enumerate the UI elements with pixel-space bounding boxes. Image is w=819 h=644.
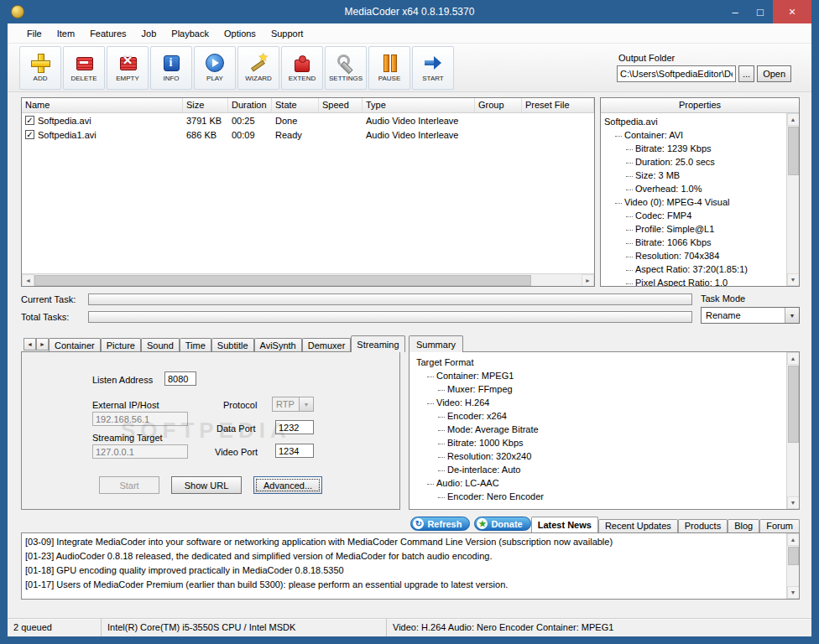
menu-item[interactable]: Options — [216, 26, 263, 41]
news-item[interactable]: [01-23] AudioCoder 0.8.18 released, the … — [25, 549, 783, 564]
refresh-button[interactable]: ↻ Refresh — [410, 517, 470, 531]
toolbar-button[interactable]: EMPTY — [107, 46, 149, 90]
toolbar-button[interactable]: PLAY — [194, 46, 236, 90]
row-checkbox[interactable] — [25, 116, 34, 125]
browse-button[interactable]: ... — [738, 65, 754, 82]
scroll-right-icon[interactable]: ► — [582, 274, 594, 287]
tab-picture[interactable]: Picture — [101, 338, 141, 352]
donate-button[interactable]: ★ Donate — [474, 517, 530, 531]
column-header[interactable]: State — [272, 98, 319, 112]
show-url-button[interactable]: Show URL — [171, 476, 242, 494]
cell-type: Audio Video Interleave — [363, 116, 475, 126]
streaming-target-input[interactable] — [92, 444, 188, 459]
tab-scroll-left-icon[interactable]: ◄ — [23, 338, 36, 351]
toolbar-button[interactable]: INFO — [150, 46, 192, 90]
column-header[interactable]: Group — [475, 98, 522, 112]
menu-item[interactable]: Job — [134, 26, 164, 41]
tab-avisynth[interactable]: AviSynth — [254, 338, 302, 352]
toolbar-button[interactable]: PAUSE — [368, 46, 410, 90]
scroll-down-icon[interactable]: ▼ — [787, 586, 800, 599]
scroll-up-icon[interactable]: ▲ — [787, 113, 800, 126]
tab-summary[interactable]: Summary — [409, 335, 463, 352]
video-port-input[interactable] — [275, 444, 314, 458]
cell-duration: 00:25 — [228, 116, 272, 126]
news-item[interactable]: [01-17] Users of MediaCoder Premium (ear… — [25, 578, 783, 592]
menu-item[interactable]: File — [19, 26, 50, 41]
scroll-down-icon[interactable]: ▼ — [787, 496, 800, 509]
titlebar[interactable]: MediaCoder x64 0.8.19.5370 – □ × — [8, 0, 811, 23]
column-header[interactable]: Duration — [228, 98, 272, 112]
tab-demuxer[interactable]: Demuxer — [302, 338, 352, 352]
menu-item[interactable]: Playback — [164, 26, 216, 41]
listen-address-input[interactable] — [164, 371, 196, 386]
toolbar-button-label: ADD — [34, 75, 48, 82]
properties-header: Properties — [601, 98, 799, 113]
news-item[interactable]: [03-09] Integrate MediaCoder into your s… — [25, 535, 783, 549]
chevron-down-icon[interactable]: ▼ — [299, 397, 313, 411]
settings-icon — [336, 53, 356, 73]
toolbar-button[interactable]: WIZARD — [237, 46, 279, 90]
scrollbar-thumb[interactable] — [788, 366, 799, 443]
toolbar-button[interactable]: DELETE — [63, 46, 105, 90]
start-streaming-button[interactable]: Start — [99, 476, 159, 494]
table-row[interactable]: Softpedia.avi 3791 KB 00:25 Done Audio V… — [22, 113, 594, 127]
news-item[interactable]: [01-18] GPU encoding quality improved pr… — [25, 564, 783, 578]
news-tab-products[interactable]: Products — [678, 519, 728, 532]
news-tab-recent-updates[interactable]: Recent Updates — [598, 519, 678, 532]
advanced-button[interactable]: Advanced... — [253, 476, 322, 494]
column-header[interactable]: Type — [363, 98, 475, 112]
toolbar-button[interactable]: SETTINGS — [325, 46, 367, 90]
file-list-body: Softpedia.avi 3791 KB 00:25 Done Audio V… — [22, 113, 594, 273]
column-header[interactable]: Preset File — [522, 98, 594, 112]
tab-sound[interactable]: Sound — [141, 338, 180, 352]
scrollbar-thumb[interactable] — [788, 127, 799, 175]
toolbar-button[interactable]: START — [412, 46, 454, 90]
property-item: Size: 3 MB — [601, 169, 786, 182]
info-icon — [161, 53, 181, 73]
tab-time[interactable]: Time — [180, 338, 211, 352]
news-tab-forum[interactable]: Forum — [759, 519, 800, 532]
horizontal-scrollbar[interactable]: ◄ ► — [22, 273, 594, 286]
summary-scrollbar[interactable]: ▲ ▼ — [786, 352, 799, 509]
scroll-up-icon[interactable]: ▲ — [787, 352, 800, 365]
scrollbar-thumb[interactable] — [34, 275, 531, 286]
maximize-button[interactable]: □ — [748, 0, 773, 23]
row-checkbox[interactable] — [25, 130, 34, 139]
minimize-button[interactable]: – — [722, 0, 748, 23]
start-icon — [423, 53, 443, 73]
news-tab-latest-news[interactable]: Latest News — [531, 517, 598, 532]
protocol-select[interactable]: RTP ▼ — [272, 397, 314, 412]
property-item: Overhead: 1.0% — [601, 182, 786, 195]
news-scrollbar[interactable]: ▲ ▼ — [786, 533, 799, 599]
menu-item[interactable]: Features — [82, 26, 133, 41]
external-ip-input[interactable] — [92, 412, 188, 426]
output-folder-input[interactable] — [617, 65, 736, 82]
scroll-up-icon[interactable]: ▲ — [787, 533, 800, 546]
toolbar-button-label: START — [422, 75, 443, 82]
chevron-down-icon[interactable]: ▼ — [785, 308, 799, 323]
toolbar-button[interactable]: EXTEND — [281, 46, 323, 90]
tab-scroll-right-icon[interactable]: ► — [36, 338, 49, 351]
news-tab-blog[interactable]: Blog — [728, 519, 759, 532]
column-header[interactable]: Speed — [319, 98, 363, 112]
properties-scrollbar[interactable]: ▲ ▼ — [786, 113, 799, 286]
tab-container[interactable]: Container — [49, 338, 101, 352]
menu-item[interactable]: Item — [50, 26, 82, 41]
menu-item[interactable]: Support — [263, 26, 311, 41]
toolbar-button[interactable]: ADD — [19, 46, 61, 90]
open-button[interactable]: Open — [757, 65, 791, 82]
table-row[interactable]: Softpedia1.avi 686 KB 00:09 Ready Audio … — [22, 127, 594, 142]
scroll-down-icon[interactable]: ▼ — [787, 273, 800, 286]
properties-panel: Properties Softpedia.aviContainer: AVIBi… — [600, 97, 800, 287]
tab-subtitle[interactable]: Subtitle — [211, 338, 254, 352]
scrollbar-thumb[interactable] — [788, 547, 799, 565]
close-button[interactable]: × — [773, 0, 811, 23]
status-queued: 2 queued — [8, 619, 102, 636]
data-port-input[interactable] — [275, 420, 314, 434]
scroll-left-icon[interactable]: ◄ — [22, 274, 34, 287]
tab-streaming[interactable]: Streaming — [351, 335, 404, 352]
column-header[interactable]: Size — [183, 98, 228, 112]
property-item: Pixel Aspect Ratio: 1.0 — [601, 276, 786, 286]
column-header[interactable]: Name — [22, 98, 183, 112]
task-mode-select[interactable]: Rename ▼ — [701, 307, 800, 324]
